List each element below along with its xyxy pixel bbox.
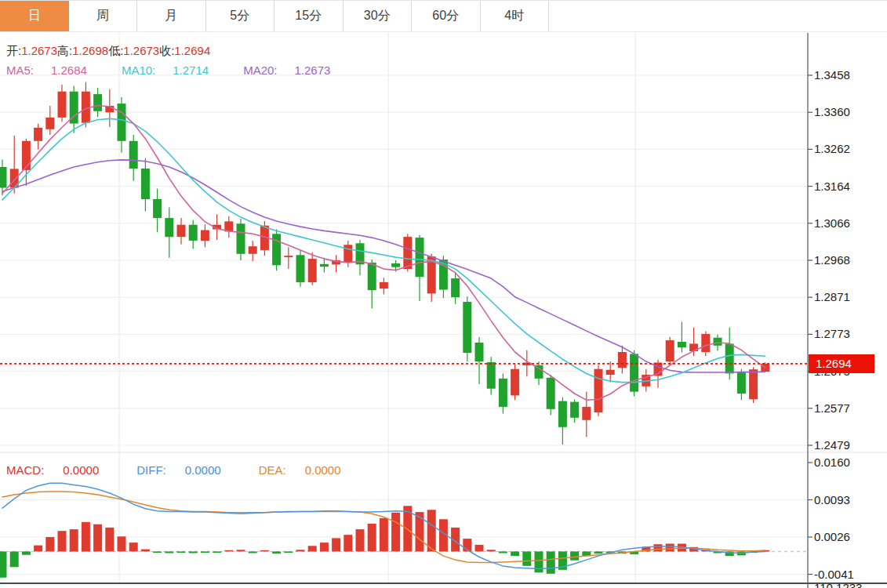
macd-hist-bar xyxy=(427,510,436,551)
macd-hist-bar xyxy=(666,544,674,552)
macd-row-item: DIFF:0.0000 xyxy=(136,463,239,477)
candle-body xyxy=(237,223,245,254)
ohlc-row-item: 高:1.2698 xyxy=(57,44,108,57)
candle-body xyxy=(725,343,734,373)
candle-body xyxy=(511,369,519,396)
ma-row-item: MA10:1.2714 xyxy=(122,64,226,77)
candle-body xyxy=(284,256,293,257)
bottom-clipped-axis-label: 110.1233 xyxy=(814,581,862,588)
candle-body xyxy=(296,255,305,282)
macd-row-item: MACD:0.0000 xyxy=(6,463,118,477)
candle-body xyxy=(272,234,281,265)
candle-body xyxy=(701,334,710,352)
macd-readout: MACD:0.0000DIFF:0.0000DEA:0.0000 xyxy=(6,463,379,477)
candle-body xyxy=(177,225,186,237)
ohlc-row-item: 低:1.2673 xyxy=(108,44,159,57)
candle-body xyxy=(22,141,31,170)
candle-body xyxy=(594,369,603,412)
macd-hist-bar xyxy=(344,535,352,551)
macd-hist-bar xyxy=(0,551,7,577)
candle-body xyxy=(308,259,317,282)
macd-hist-bar xyxy=(260,550,269,552)
candle-body xyxy=(714,338,722,346)
macd-hist-bar xyxy=(224,550,233,552)
macd-hist-bar xyxy=(308,546,317,551)
macd-axis-label: -0.0041 xyxy=(814,568,885,581)
kline-chart-app: 日周月5分15分30分60分4时 开:1.2673高:1.2698低:1.267… xyxy=(0,0,887,588)
macd-hist-bar xyxy=(34,546,42,552)
macd-axis-label: 0.0026 xyxy=(814,530,885,543)
candle-body xyxy=(630,354,638,391)
candle-body xyxy=(666,340,674,361)
ma10-line xyxy=(2,118,765,382)
macd-hist-bar xyxy=(380,518,388,552)
macd-axis-label: 0.0160 xyxy=(814,456,885,469)
candle-body xyxy=(201,230,209,241)
price-axis-label: 1.3262 xyxy=(814,142,885,155)
candle-body xyxy=(391,263,400,267)
macd-hist-bar xyxy=(654,544,663,551)
tab-4hour[interactable]: 4时 xyxy=(481,1,550,31)
macd-hist-bar xyxy=(213,551,221,553)
macd-hist-bar xyxy=(237,550,245,551)
price-axis-label: 1.2577 xyxy=(814,401,885,415)
candle-body xyxy=(249,246,257,254)
tab-60min[interactable]: 60分 xyxy=(412,1,481,31)
macd-hist-bar xyxy=(499,551,507,553)
macd-hist-bar xyxy=(93,524,102,552)
tab-15min[interactable]: 15分 xyxy=(274,1,344,31)
ma20-line xyxy=(2,160,765,372)
candle-body xyxy=(34,128,42,141)
candle-body xyxy=(547,378,555,409)
candle-body xyxy=(416,238,424,277)
macd-hist-bar xyxy=(272,551,281,554)
candle-body xyxy=(189,225,198,241)
candle-body xyxy=(678,342,686,347)
candle-body xyxy=(45,118,54,129)
macd-hist-bar xyxy=(129,543,138,551)
candle-body xyxy=(618,352,627,368)
chart-canvas[interactable] xyxy=(0,0,887,588)
candle-body xyxy=(344,245,352,263)
ohlc-row-item: 开:1.2673 xyxy=(6,44,57,57)
macd-hist-bar xyxy=(511,551,519,556)
tab-day[interactable]: 日 xyxy=(0,1,69,31)
macd-hist-bar xyxy=(177,551,186,553)
price-axis-label: 1.3164 xyxy=(814,180,885,193)
candle-body xyxy=(403,237,412,269)
macd-hist-bar xyxy=(296,550,305,551)
tab-week[interactable]: 周 xyxy=(69,1,138,31)
price-axis-label: 1.3360 xyxy=(814,105,885,118)
candle-body xyxy=(118,103,126,141)
macd-hist-bar xyxy=(70,529,78,551)
macd-hist-bar xyxy=(22,551,31,554)
price-axis-label: 1.2871 xyxy=(814,290,885,303)
candle-body xyxy=(606,370,615,375)
ma-readout: MA5:1.2684MA10:1.2714MA20:1.2673 xyxy=(6,64,365,77)
ohlc-row-item: 收:1.2694 xyxy=(159,44,210,57)
candle-body xyxy=(153,199,162,218)
tab-month[interactable]: 月 xyxy=(137,1,206,31)
candle-body xyxy=(737,372,746,394)
candle-body xyxy=(129,141,138,169)
macd-hist-bar xyxy=(320,543,329,551)
candle-body xyxy=(475,343,484,361)
ohlc-readout: 开:1.2673高:1.2698低:1.2673收:1.2694 xyxy=(6,44,210,59)
candle-body xyxy=(558,401,567,427)
tab-5min[interactable]: 5分 xyxy=(206,1,275,31)
macd-hist-bar xyxy=(45,537,54,551)
macd-hist-bar xyxy=(535,551,543,572)
macd-hist-bar xyxy=(416,512,424,551)
candle-body xyxy=(93,94,102,111)
macd-hist-bar xyxy=(201,551,209,553)
macd-hist-bar xyxy=(58,531,67,551)
macd-row-item: DEA:0.0000 xyxy=(259,463,360,477)
macd-hist-bar xyxy=(391,513,400,552)
macd-hist-bar xyxy=(141,550,150,552)
macd-hist-bar xyxy=(82,522,90,552)
ma-row-item: MA20:1.2673 xyxy=(243,64,347,77)
period-tabbar: 日周月5分15分30分60分4时 xyxy=(0,0,887,32)
candle-body xyxy=(165,218,173,237)
macd-hist-bar xyxy=(10,551,19,567)
tab-30min[interactable]: 30分 xyxy=(344,1,413,31)
